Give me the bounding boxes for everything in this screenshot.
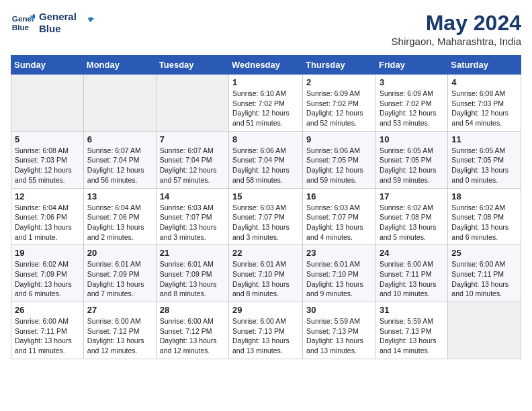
day-info: Sunset: 7:04 PM: [160, 155, 225, 165]
calendar-table: SundayMondayTuesdayWednesdayThursdayFrid…: [11, 55, 521, 359]
day-info: Sunrise: 6:10 AM: [232, 89, 299, 99]
day-info: Sunset: 7:07 PM: [232, 212, 299, 222]
day-number: 20: [87, 248, 152, 258]
day-info: Sunset: 7:06 PM: [15, 212, 80, 222]
calendar-week-row: 5Sunrise: 6:08 AMSunset: 7:03 PMDaylight…: [11, 131, 521, 188]
day-info: Sunrise: 5:59 AM: [380, 316, 444, 326]
logo-blue: Blue: [39, 23, 77, 35]
day-info: Daylight: 13 hours and 13 minutes.: [232, 336, 299, 355]
day-info: Sunrise: 6:01 AM: [232, 259, 299, 269]
logo: General Blue General Blue: [11, 11, 95, 35]
day-info: Daylight: 12 hours and 56 minutes.: [87, 165, 152, 185]
day-info: Sunset: 7:11 PM: [380, 269, 444, 279]
day-info: Sunset: 7:13 PM: [380, 326, 444, 336]
calendar-week-row: 19Sunrise: 6:02 AMSunset: 7:09 PMDayligh…: [11, 245, 521, 302]
calendar-cell: 19Sunrise: 6:02 AMSunset: 7:09 PMDayligh…: [11, 245, 84, 302]
day-number: 22: [232, 248, 299, 258]
day-info: Sunrise: 6:01 AM: [306, 259, 372, 269]
svg-text:General: General: [12, 14, 35, 23]
day-number: 21: [160, 248, 225, 258]
day-info: Sunrise: 6:03 AM: [160, 203, 225, 213]
day-info: Daylight: 13 hours and 8 minutes.: [160, 279, 225, 299]
day-number: 8: [232, 134, 299, 144]
day-info: Sunset: 7:10 PM: [306, 269, 372, 279]
month-title: May 2024: [392, 11, 521, 36]
day-info: Daylight: 12 hours and 58 minutes.: [232, 165, 299, 185]
day-info: Sunrise: 6:08 AM: [451, 89, 517, 99]
calendar-cell: 1Sunrise: 6:10 AMSunset: 7:02 PMDaylight…: [229, 75, 303, 132]
calendar-cell: 14Sunrise: 6:03 AMSunset: 7:07 PMDayligh…: [156, 188, 228, 245]
day-info: Sunset: 7:04 PM: [87, 155, 152, 165]
day-number: 4: [451, 77, 517, 87]
day-info: Sunrise: 6:07 AM: [87, 146, 152, 156]
calendar-cell: 26Sunrise: 6:00 AMSunset: 7:11 PMDayligh…: [11, 302, 84, 359]
day-info: Sunset: 7:07 PM: [160, 212, 225, 222]
header: General Blue General Blue May 2024 Shirg…: [11, 11, 521, 47]
calendar-cell: 2Sunrise: 6:09 AMSunset: 7:02 PMDaylight…: [303, 75, 376, 132]
calendar-cell: 9Sunrise: 6:06 AMSunset: 7:05 PMDaylight…: [303, 131, 376, 188]
svg-text:Blue: Blue: [12, 23, 30, 32]
day-number: 12: [15, 191, 80, 201]
calendar-cell: 16Sunrise: 6:03 AMSunset: 7:07 PMDayligh…: [303, 188, 376, 245]
day-number: 9: [306, 134, 372, 144]
day-header-wednesday: Wednesday: [229, 56, 303, 75]
day-number: 10: [380, 134, 444, 144]
day-info: Daylight: 13 hours and 3 minutes.: [160, 222, 225, 242]
day-header-saturday: Saturday: [448, 56, 521, 75]
day-info: Daylight: 12 hours and 55 minutes.: [15, 165, 80, 185]
day-info: Daylight: 13 hours and 2 minutes.: [87, 222, 152, 242]
day-info: Sunset: 7:11 PM: [451, 269, 517, 279]
day-info: Sunrise: 6:04 AM: [15, 203, 80, 213]
day-info: Sunset: 7:02 PM: [232, 99, 299, 109]
day-number: 7: [160, 134, 225, 144]
day-number: 5: [15, 134, 80, 144]
day-info: Sunset: 7:08 PM: [451, 212, 517, 222]
day-info: Sunrise: 6:01 AM: [160, 259, 225, 269]
day-number: 13: [87, 191, 152, 201]
day-header-thursday: Thursday: [303, 56, 376, 75]
day-info: Sunrise: 6:02 AM: [451, 203, 517, 213]
day-number: 24: [380, 248, 444, 258]
day-info: Sunrise: 6:03 AM: [232, 203, 299, 213]
day-number: 26: [15, 305, 80, 315]
day-header-tuesday: Tuesday: [156, 56, 228, 75]
calendar-cell: 13Sunrise: 6:04 AMSunset: 7:06 PMDayligh…: [83, 188, 156, 245]
calendar-week-row: 1Sunrise: 6:10 AMSunset: 7:02 PMDaylight…: [11, 75, 521, 132]
day-header-sunday: Sunday: [11, 56, 84, 75]
day-info: Sunset: 7:02 PM: [306, 99, 372, 109]
calendar-cell: [83, 75, 156, 132]
day-info: Sunset: 7:12 PM: [160, 326, 225, 336]
calendar-week-row: 12Sunrise: 6:04 AMSunset: 7:06 PMDayligh…: [11, 188, 521, 245]
calendar-cell: 6Sunrise: 6:07 AMSunset: 7:04 PMDaylight…: [83, 131, 156, 188]
day-info: Daylight: 13 hours and 6 minutes.: [451, 222, 517, 242]
day-info: Sunset: 7:13 PM: [306, 326, 372, 336]
day-info: Sunset: 7:11 PM: [15, 326, 80, 336]
day-info: Daylight: 13 hours and 11 minutes.: [15, 336, 80, 355]
calendar-cell: 18Sunrise: 6:02 AMSunset: 7:08 PMDayligh…: [448, 188, 521, 245]
day-number: 16: [306, 191, 372, 201]
day-info: Sunset: 7:08 PM: [380, 212, 444, 222]
day-info: Sunrise: 6:00 AM: [160, 316, 225, 326]
day-info: Daylight: 13 hours and 10 minutes.: [380, 279, 444, 299]
day-header-friday: Friday: [375, 56, 447, 75]
calendar-week-row: 26Sunrise: 6:00 AMSunset: 7:11 PMDayligh…: [11, 302, 521, 359]
calendar-cell: 29Sunrise: 6:00 AMSunset: 7:13 PMDayligh…: [229, 302, 303, 359]
day-info: Daylight: 13 hours and 10 minutes.: [451, 279, 517, 299]
day-info: Daylight: 13 hours and 12 minutes.: [160, 336, 225, 355]
day-info: Sunrise: 6:00 AM: [15, 316, 80, 326]
day-number: 28: [160, 305, 225, 315]
day-info: Daylight: 12 hours and 59 minutes.: [306, 165, 372, 185]
calendar-cell: 3Sunrise: 6:09 AMSunset: 7:02 PMDaylight…: [375, 75, 447, 132]
day-info: Sunset: 7:06 PM: [87, 212, 152, 222]
calendar-cell: 23Sunrise: 6:01 AMSunset: 7:10 PMDayligh…: [303, 245, 376, 302]
day-info: Sunrise: 6:03 AM: [306, 203, 372, 213]
calendar-cell: 10Sunrise: 6:05 AMSunset: 7:05 PMDayligh…: [375, 131, 447, 188]
day-info: Daylight: 13 hours and 7 minutes.: [87, 279, 152, 299]
day-info: Sunrise: 6:08 AM: [15, 146, 80, 156]
calendar-cell: 15Sunrise: 6:03 AMSunset: 7:07 PMDayligh…: [229, 188, 303, 245]
day-number: 18: [451, 191, 517, 201]
day-info: Daylight: 13 hours and 8 minutes.: [232, 279, 299, 299]
calendar-cell: 17Sunrise: 6:02 AMSunset: 7:08 PMDayligh…: [375, 188, 447, 245]
day-info: Sunrise: 6:02 AM: [380, 203, 444, 213]
logo-icon: General Blue: [11, 11, 35, 35]
